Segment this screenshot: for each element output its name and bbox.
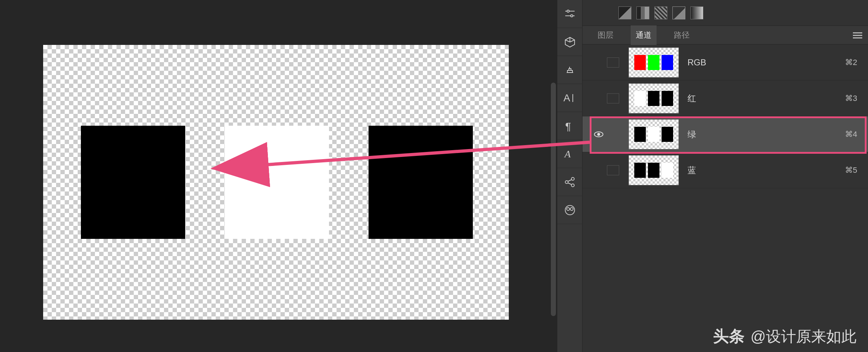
channel-row-red[interactable]: 红 ⌘3: [583, 80, 868, 116]
svg-point-21: [597, 133, 600, 136]
canvas-square-1: [81, 126, 185, 239]
thumb-mini: [634, 163, 646, 178]
svg-point-19: [570, 208, 573, 210]
channel-label: RGB: [687, 57, 706, 68]
thumb-mini: [648, 55, 659, 70]
svg-text:A: A: [564, 148, 571, 159]
svg-text:¶: ¶: [565, 121, 571, 131]
preset-icon-5[interactable]: [690, 6, 703, 19]
channel-shortcut: ⌘3: [845, 94, 857, 103]
tab-layers[interactable]: 图层: [593, 26, 618, 45]
watermark-logo: 头条: [713, 326, 745, 347]
svg-line-15: [568, 180, 572, 181]
app-root: A ¶ A 图层 通道 路径: [0, 0, 868, 352]
paragraph-panel-icon[interactable]: ¶: [557, 112, 583, 140]
panel-menu-icon[interactable]: [853, 32, 862, 39]
vertical-scrollbar-track[interactable]: [549, 0, 557, 352]
thumb-mini: [662, 163, 673, 178]
canvas-area: [0, 0, 557, 352]
thumb-mini: [662, 127, 673, 142]
channels-list: RGB ⌘2 红 ⌘3: [583, 45, 868, 352]
channel-shortcut: ⌘2: [845, 58, 857, 67]
clone-stamp-icon[interactable]: [557, 56, 583, 84]
channel-row-blue[interactable]: 蓝 ⌘5: [583, 152, 868, 188]
preset-icon-3[interactable]: [654, 6, 667, 19]
svg-point-17: [565, 205, 575, 215]
3d-icon[interactable]: [557, 28, 583, 56]
svg-point-3: [571, 15, 573, 17]
preset-icon-2[interactable]: [636, 6, 649, 19]
svg-text:A: A: [563, 92, 570, 103]
thumb-mini: [648, 163, 659, 178]
svg-point-18: [567, 208, 570, 210]
svg-line-16: [568, 183, 572, 185]
channel-row-rgb[interactable]: RGB ⌘2: [583, 45, 868, 80]
channel-shortcut: ⌘5: [845, 166, 857, 175]
thumb-mini: [662, 55, 673, 70]
visibility-box[interactable]: [607, 165, 619, 175]
panel-preset-strip: [583, 0, 868, 26]
channel-label: 红: [687, 93, 696, 104]
preset-icon-4[interactable]: [672, 6, 685, 19]
document-canvas[interactable]: [43, 45, 509, 320]
tab-channels[interactable]: 通道: [631, 26, 657, 45]
watermark-handle: @设计原来如此: [750, 326, 856, 347]
channel-thumb-blue: [629, 155, 679, 185]
cc-libraries-icon[interactable]: [557, 196, 583, 224]
preset-icon-1[interactable]: [618, 6, 631, 19]
watermark: 头条 @设计原来如此: [713, 326, 856, 347]
channel-shortcut: ⌘4: [845, 130, 857, 139]
vertical-scrollbar-thumb[interactable]: [551, 83, 556, 316]
character-panel-icon[interactable]: A: [557, 84, 583, 112]
glyphs-panel-icon[interactable]: A: [557, 140, 583, 168]
thumb-mini: [648, 127, 659, 142]
svg-line-7: [570, 40, 575, 42]
svg-line-6: [565, 40, 570, 42]
visibility-box[interactable]: [607, 57, 619, 68]
channel-label: 蓝: [687, 165, 696, 176]
channel-row-green[interactable]: 绿 ⌘4: [583, 116, 868, 152]
channel-label: 绿: [687, 129, 696, 140]
thumb-mini: [634, 91, 646, 106]
thumb-mini: [634, 127, 646, 142]
canvas-square-2: [225, 126, 329, 239]
adjustments-icon[interactable]: [557, 0, 583, 28]
share-icon[interactable]: [557, 168, 583, 196]
thumb-mini: [634, 55, 646, 70]
svg-point-1: [567, 10, 569, 12]
visibility-box[interactable]: [607, 93, 619, 103]
panels-pane: 图层 通道 路径 RGB ⌘2: [583, 0, 868, 352]
tab-paths[interactable]: 路径: [669, 26, 695, 45]
thumb-mini: [662, 91, 673, 106]
channel-thumb-green: [629, 119, 679, 149]
channel-thumb-rgb: [629, 47, 679, 78]
visibility-toggle[interactable]: [593, 131, 605, 138]
panel-tabs: 图层 通道 路径: [583, 26, 868, 45]
collapsed-tool-strip: A ¶ A: [557, 0, 583, 352]
thumb-mini: [648, 91, 659, 106]
canvas-square-3: [369, 126, 473, 239]
channel-thumb-red: [629, 83, 679, 114]
